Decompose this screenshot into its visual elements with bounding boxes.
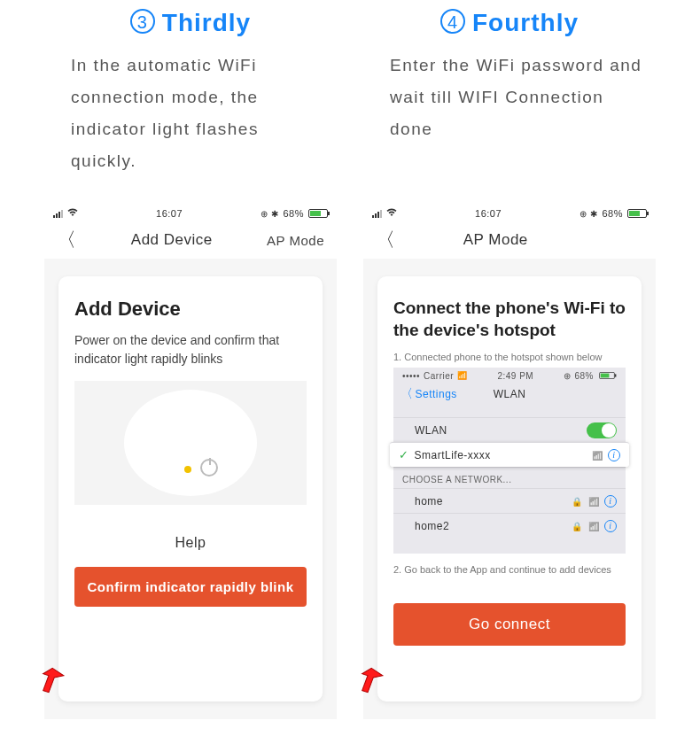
battery-icon	[627, 209, 647, 218]
status-bar: 16:07 ⊕ ✱ 68%	[363, 205, 656, 221]
network-row-home[interactable]: home i	[393, 488, 626, 513]
misc-status-icon: ⊕ ✱	[261, 209, 278, 219]
wifi-icon	[588, 495, 600, 508]
card-title: Connect the phone's Wi-Fi to the device'…	[393, 298, 626, 341]
wlan-nav: 〈Settings WLAN	[393, 384, 626, 405]
instruction-2: 2. Go back to the App and continue to ad…	[393, 564, 626, 575]
phone-screenshot-3: 16:07 ⊕ ✱ 68% 〈 Add Device AP Mode Add D…	[44, 205, 337, 719]
nav-bar: 〈 Add Device AP Mode	[44, 221, 337, 259]
battery-icon	[599, 372, 615, 379]
signal-icon	[372, 210, 382, 218]
choose-network-header: CHOOSE A NETWORK...	[393, 467, 626, 488]
svg-marker-1	[362, 668, 383, 692]
status-bar: 16:07 ⊕ ✱ 68%	[44, 205, 337, 221]
power-icon	[200, 459, 218, 477]
nav-bar: 〈 AP Mode	[363, 221, 656, 259]
carrier-label: Carrier	[424, 371, 454, 381]
confirm-blink-button[interactable]: Confirm indicator rapidly blink	[74, 567, 307, 607]
step-4-number: 4	[440, 9, 465, 34]
wlan-nav-title: WLAN	[393, 388, 626, 400]
wlan-time: 2:49 PM	[497, 371, 533, 381]
wifi-icon	[386, 207, 397, 220]
wifi-icon	[588, 520, 600, 532]
info-icon[interactable]: i	[604, 495, 617, 508]
checkmark-icon: ✓	[399, 448, 409, 461]
wifi-icon	[67, 207, 78, 220]
misc-status-icon: ⊕ ✱	[579, 209, 597, 219]
battery-pct: 68%	[283, 208, 304, 219]
wlan-selected-network-row[interactable]: ✓SmartLife-xxxx i	[390, 442, 629, 467]
network-row-home2[interactable]: home2 i	[393, 513, 626, 538]
info-icon[interactable]: i	[608, 449, 620, 461]
signal-icon	[53, 210, 63, 218]
back-icon[interactable]: 〈	[57, 227, 77, 253]
help-link[interactable]: Help	[74, 535, 307, 551]
nav-title: AP Mode	[463, 231, 528, 249]
network-name: home	[415, 495, 443, 508]
go-connect-button[interactable]: Go connect	[393, 603, 626, 646]
wlan-settings-preview: ••••• Carrier 📶 2:49 PM ⊕ 68% 〈Settings	[393, 368, 626, 554]
step-3-number: 3	[130, 9, 155, 34]
instruction-1: 1. Connected phone to the hotspot shown …	[393, 352, 626, 362]
step-4-description: Enter the WiFi password and wait till WI…	[363, 50, 656, 202]
add-device-card: Add Device Power on the device and confi…	[58, 276, 323, 701]
device-illustration	[74, 381, 307, 505]
ap-mode-card: Connect the phone's Wi-Fi to the device'…	[377, 276, 642, 701]
battery-pct: 68%	[602, 208, 623, 219]
wifi-icon: 📶	[457, 371, 468, 380]
card-subtitle: Power on the device and confirm that ind…	[74, 331, 307, 368]
back-icon[interactable]: 〈	[376, 227, 396, 253]
led-indicator-icon	[184, 466, 191, 473]
step-4-label: Fourthly	[472, 9, 579, 36]
step-3-description: In the automatic WiFi connection mode, t…	[44, 50, 337, 202]
nav-title: Add Device	[131, 231, 213, 249]
wlan-battery-pct: 68%	[574, 371, 594, 381]
carrier-dots-icon: •••••	[402, 371, 420, 381]
wlan-status-bar: ••••• Carrier 📶 2:49 PM ⊕ 68%	[393, 368, 626, 384]
ap-mode-link[interactable]: AP Mode	[267, 233, 324, 248]
step-3-heading: 3Thirdly	[44, 9, 337, 37]
selected-network-name: SmartLife-xxxx	[415, 449, 491, 461]
status-time: 16:07	[475, 208, 502, 219]
battery-icon	[308, 209, 328, 218]
wlan-toggle-label: WLAN	[415, 424, 447, 437]
info-icon[interactable]: i	[604, 520, 617, 532]
misc-status-icon: ⊕	[564, 371, 572, 381]
lock-icon	[572, 520, 583, 532]
wlan-toggle-row[interactable]: WLAN	[393, 417, 626, 442]
network-name: home2	[415, 520, 449, 532]
svg-marker-0	[43, 668, 64, 692]
status-time: 16:07	[156, 208, 183, 219]
lock-icon	[572, 495, 583, 508]
pointer-arrow-icon	[30, 661, 67, 698]
pointer-arrow-icon	[349, 661, 386, 698]
step-4-heading: 4Fourthly	[363, 9, 656, 37]
wifi-icon	[592, 449, 603, 461]
card-title: Add Device	[74, 298, 307, 321]
step-3-label: Thirdly	[162, 9, 251, 36]
toggle-switch-icon[interactable]	[587, 422, 617, 438]
phone-screenshot-4: 16:07 ⊕ ✱ 68% 〈 AP Mode Connect the phon…	[363, 205, 656, 719]
